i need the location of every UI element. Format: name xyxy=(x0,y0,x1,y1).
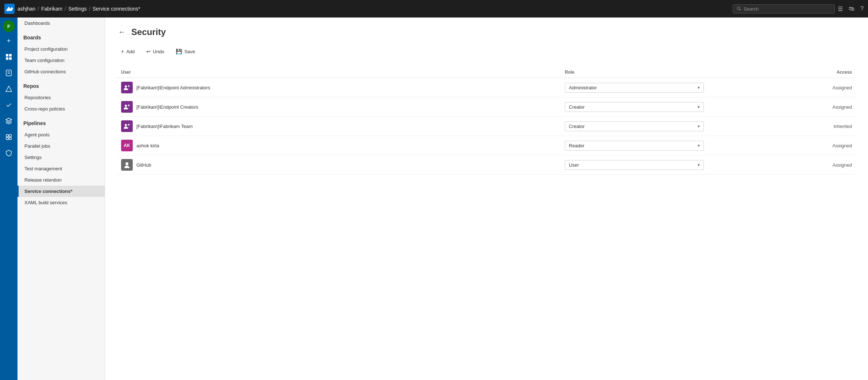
role-value: Administrator xyxy=(569,85,597,90)
svg-marker-10 xyxy=(6,86,12,92)
add-button[interactable]: + Add xyxy=(117,46,139,57)
user-avatar xyxy=(121,101,133,113)
svg-point-17 xyxy=(125,105,127,107)
svg-rect-3 xyxy=(6,54,8,57)
activity-artifacts[interactable] xyxy=(1,114,16,128)
search-box[interactable] xyxy=(733,4,835,13)
svg-rect-11 xyxy=(6,135,8,137)
security-table: User Role Access [Fabrikam]\Endpoint Adm… xyxy=(117,67,856,175)
role-select[interactable]: Creator ▾ xyxy=(565,102,704,112)
sidebar-item-test-management[interactable]: Test management xyxy=(18,163,105,174)
breadcrumb-project[interactable]: Fabrikam xyxy=(41,6,62,12)
svg-rect-7 xyxy=(6,70,11,76)
svg-point-15 xyxy=(125,85,127,88)
activity-add[interactable]: + xyxy=(1,34,16,48)
search-icon xyxy=(737,6,741,11)
table-row: [Fabrikam]\Endpoint Administrators Admin… xyxy=(117,78,856,97)
role-cell: Reader ▾ xyxy=(561,136,709,155)
undo-icon: ↩ xyxy=(146,49,151,54)
role-select[interactable]: Creator ▾ xyxy=(565,121,704,131)
activity-testplans[interactable] xyxy=(1,98,16,112)
sidebar-section-boards: Boards xyxy=(18,29,105,43)
topbar: ashjhan / Fabrikam / Settings / Service … xyxy=(0,0,868,18)
chevron-down-icon: ▾ xyxy=(698,85,700,90)
activity-extensions[interactable] xyxy=(1,130,16,144)
chevron-down-icon: ▾ xyxy=(698,124,700,129)
sidebar-item-team-config[interactable]: Team configuration xyxy=(18,55,105,66)
save-button[interactable]: 💾 Save xyxy=(171,46,199,57)
table-row: [Fabrikam]\Fabrikam Team Creator ▾ Inher… xyxy=(117,117,856,136)
project-avatar[interactable]: F xyxy=(3,20,15,32)
role-cell: User ▾ xyxy=(561,155,709,175)
activity-security[interactable] xyxy=(1,146,16,160)
user-avatar xyxy=(121,159,133,171)
user-avatar xyxy=(121,120,133,132)
activity-pipelines[interactable] xyxy=(1,82,16,96)
notifications-icon[interactable]: ☰ xyxy=(838,5,843,12)
role-select[interactable]: User ▾ xyxy=(565,160,704,170)
sidebar: Dashboards Boards Project configuration … xyxy=(18,18,105,380)
col-header-access: Access xyxy=(708,67,856,78)
user-name: GitHub xyxy=(136,162,151,168)
topbar-icons: ☰ 🛍 ? xyxy=(838,5,864,12)
save-icon: 💾 xyxy=(176,49,182,54)
role-value: User xyxy=(569,162,579,168)
user-name: ashok kirla xyxy=(136,143,159,148)
chevron-down-icon: ▾ xyxy=(698,105,700,109)
sidebar-item-github-connections[interactable]: GitHub connections xyxy=(18,66,105,77)
access-cell: Assigned xyxy=(708,78,856,97)
col-header-user: User xyxy=(117,67,561,78)
breadcrumb-settings[interactable]: Settings xyxy=(68,6,87,12)
sidebar-item-project-config[interactable]: Project configuration xyxy=(18,43,105,55)
svg-rect-6 xyxy=(9,57,12,60)
access-cell: Inherited xyxy=(708,117,856,136)
activity-repos[interactable] xyxy=(1,66,16,80)
sidebar-item-service-connections[interactable]: Service connections* xyxy=(18,186,105,197)
user-cell: AK ashok kirla xyxy=(117,136,561,155)
basket-icon[interactable]: 🛍 xyxy=(849,5,855,12)
svg-point-1 xyxy=(737,7,740,9)
role-value: Reader xyxy=(569,143,585,148)
search-input[interactable] xyxy=(744,6,831,12)
role-cell: Administrator ▾ xyxy=(561,78,709,97)
svg-point-19 xyxy=(125,124,127,126)
svg-rect-13 xyxy=(6,137,8,140)
activity-boards[interactable] xyxy=(1,50,16,64)
user-name: [Fabrikam]\Fabrikam Team xyxy=(136,124,193,129)
role-select[interactable]: Administrator ▾ xyxy=(565,83,704,93)
user-avatar xyxy=(121,82,133,93)
user-cell: [Fabrikam]\Endpoint Administrators xyxy=(117,78,561,97)
user-name: [Fabrikam]\Endpoint Administrators xyxy=(136,85,210,90)
add-icon: + xyxy=(121,49,124,54)
sidebar-section-repos: Repos xyxy=(18,77,105,92)
main-content: ← Security + Add ↩ Undo 💾 Save User Role… xyxy=(105,18,868,380)
role-value: Creator xyxy=(569,124,585,129)
table-row: GitHub User ▾ Assigned xyxy=(117,155,856,175)
role-cell: Creator ▾ xyxy=(561,97,709,117)
sidebar-item-settings[interactable]: Settings xyxy=(18,152,105,163)
sidebar-item-cross-repo[interactable]: Cross-repo policies xyxy=(18,103,105,115)
activity-bar: F + xyxy=(0,18,18,380)
page-title: Security xyxy=(131,27,166,37)
svg-point-18 xyxy=(128,105,130,106)
svg-point-20 xyxy=(128,124,130,126)
sidebar-item-parallel-jobs[interactable]: Parallel jobs xyxy=(18,140,105,152)
svg-rect-4 xyxy=(9,54,12,57)
sidebar-item-dashboards[interactable]: Dashboards xyxy=(18,18,105,29)
user-avatar: AK xyxy=(121,140,133,151)
page-header: ← Security xyxy=(117,26,856,38)
sidebar-item-release-retention[interactable]: Release retention xyxy=(18,174,105,186)
sidebar-item-xaml-build[interactable]: XAML build services xyxy=(18,197,105,208)
sidebar-item-repositories[interactable]: Repositories xyxy=(18,92,105,103)
table-row: AK ashok kirla Reader ▾ Assigned xyxy=(117,136,856,155)
breadcrumb: ashjhan / Fabrikam / Settings / Service … xyxy=(18,6,730,12)
back-button[interactable]: ← xyxy=(117,26,127,38)
breadcrumb-org[interactable]: ashjhan xyxy=(18,6,35,12)
undo-button[interactable]: ↩ Undo xyxy=(142,46,168,57)
chevron-down-icon: ▾ xyxy=(698,143,700,148)
access-cell: Assigned xyxy=(708,97,856,117)
help-icon[interactable]: ? xyxy=(860,5,864,12)
breadcrumb-current[interactable]: Service connections* xyxy=(93,6,140,12)
role-select[interactable]: Reader ▾ xyxy=(565,141,704,151)
sidebar-item-agent-pools[interactable]: Agent pools xyxy=(18,129,105,140)
